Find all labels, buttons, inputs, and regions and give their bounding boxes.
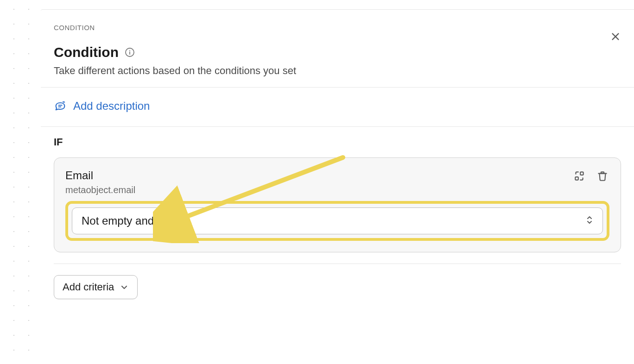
trash-icon [596, 170, 609, 182]
panel-subtitle: Take different actions based on the cond… [54, 65, 621, 77]
operator-selected-label: Not empty and exists [82, 214, 185, 227]
add-criteria-label: Add criteria [63, 281, 114, 293]
criteria-field-path: metaobject.email [65, 185, 135, 195]
close-icon [610, 31, 621, 42]
svg-point-3 [129, 50, 130, 51]
add-description-link[interactable]: Add description [54, 100, 150, 113]
if-section: IF Email metaobject.email [41, 127, 634, 252]
panel-header: CONDITION Condition Take different actio… [41, 10, 634, 87]
condition-panel: CONDITION Condition Take different actio… [41, 9, 634, 364]
canvas-dot-background [0, 0, 42, 364]
criteria-field-label: Email [65, 169, 135, 182]
delete-criteria-button[interactable] [596, 169, 609, 183]
title-row: Condition [54, 44, 621, 60]
description-icon [54, 100, 67, 113]
criteria-actions [572, 169, 609, 183]
panel-section-label: CONDITION [54, 24, 621, 31]
operator-highlight: Not empty and exists [65, 201, 609, 241]
select-stepper-icon [586, 215, 593, 227]
add-description-label: Add description [73, 100, 150, 113]
info-icon[interactable] [124, 47, 135, 58]
chevron-down-icon [120, 282, 129, 292]
criteria-card: Email metaobject.email [54, 157, 621, 252]
description-row: Add description [41, 88, 634, 126]
criteria-field-block: Email metaobject.email [65, 169, 135, 195]
svg-rect-7 [580, 172, 583, 175]
svg-rect-8 [575, 177, 578, 180]
divider [54, 264, 621, 264]
close-button[interactable] [608, 29, 623, 44]
panel-title: Condition [54, 44, 119, 60]
add-criteria-button[interactable]: Add criteria [54, 275, 138, 299]
swap-icon [573, 170, 585, 182]
swap-variable-button[interactable] [572, 169, 586, 183]
operator-select[interactable]: Not empty and exists [72, 207, 603, 234]
criteria-header: Email metaobject.email [65, 169, 609, 195]
if-label: IF [54, 136, 621, 148]
